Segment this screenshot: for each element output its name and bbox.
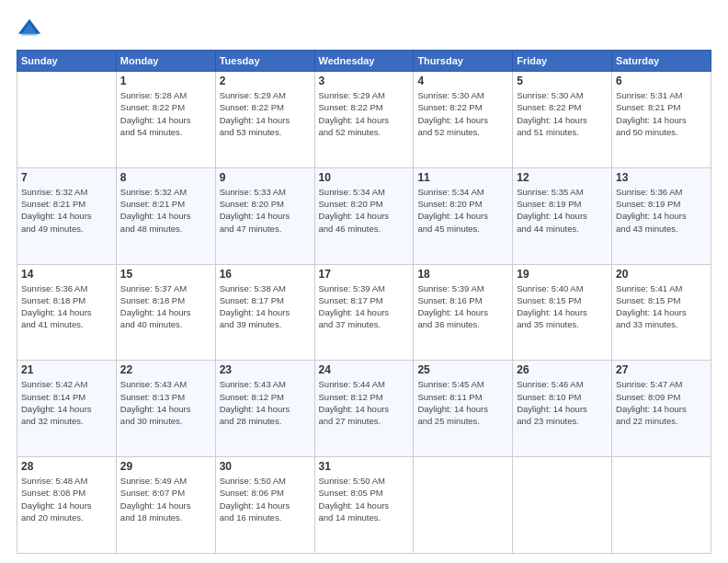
calendar-cell: 17Sunrise: 5:39 AM Sunset: 8:17 PM Dayli… — [314, 264, 414, 361]
calendar-cell: 21Sunrise: 5:42 AM Sunset: 8:14 PM Dayli… — [17, 361, 117, 457]
calendar-cell — [612, 457, 711, 554]
calendar-cell: 14Sunrise: 5:36 AM Sunset: 8:18 PM Dayli… — [17, 264, 117, 361]
day-number: 22 — [120, 363, 211, 376]
day-info: Sunrise: 5:34 AM Sunset: 8:20 PM Dayligh… — [319, 186, 410, 235]
calendar-week-4: 21Sunrise: 5:42 AM Sunset: 8:14 PM Dayli… — [17, 361, 711, 457]
calendar-cell: 3Sunrise: 5:29 AM Sunset: 8:22 PM Daylig… — [314, 72, 414, 168]
calendar-week-5: 28Sunrise: 5:48 AM Sunset: 8:08 PM Dayli… — [17, 457, 711, 554]
day-info: Sunrise: 5:34 AM Sunset: 8:20 PM Dayligh… — [417, 186, 508, 235]
day-info: Sunrise: 5:47 AM Sunset: 8:09 PM Dayligh… — [616, 378, 707, 427]
day-info: Sunrise: 5:31 AM Sunset: 8:21 PM Dayligh… — [616, 89, 707, 138]
day-number: 23 — [220, 363, 311, 376]
day-number: 14 — [21, 268, 112, 281]
calendar-cell: 22Sunrise: 5:43 AM Sunset: 8:13 PM Dayli… — [116, 361, 215, 457]
day-info: Sunrise: 5:43 AM Sunset: 8:13 PM Dayligh… — [120, 378, 211, 427]
calendar-header-sunday: Sunday — [17, 51, 117, 72]
calendar-cell: 15Sunrise: 5:37 AM Sunset: 8:18 PM Dayli… — [116, 264, 215, 361]
day-number: 8 — [120, 171, 211, 184]
calendar-cell: 16Sunrise: 5:38 AM Sunset: 8:17 PM Dayli… — [215, 264, 314, 361]
day-number: 4 — [417, 75, 508, 87]
calendar-cell: 29Sunrise: 5:49 AM Sunset: 8:07 PM Dayli… — [116, 457, 215, 554]
day-number: 5 — [517, 75, 608, 87]
page: SundayMondayTuesdayWednesdayThursdayFrid… — [0, 0, 728, 563]
day-number: 27 — [616, 363, 707, 376]
calendar-cell: 27Sunrise: 5:47 AM Sunset: 8:09 PM Dayli… — [612, 361, 711, 457]
day-number: 18 — [417, 268, 508, 281]
calendar-cell — [414, 457, 513, 554]
day-number: 17 — [319, 268, 410, 281]
day-number: 9 — [220, 171, 311, 184]
calendar-cell: 12Sunrise: 5:35 AM Sunset: 8:19 PM Dayli… — [513, 167, 612, 264]
calendar-week-2: 7Sunrise: 5:32 AM Sunset: 8:21 PM Daylig… — [17, 167, 711, 264]
calendar-cell: 26Sunrise: 5:46 AM Sunset: 8:10 PM Dayli… — [513, 361, 612, 457]
calendar-cell: 2Sunrise: 5:29 AM Sunset: 8:22 PM Daylig… — [215, 72, 314, 168]
day-number: 6 — [616, 75, 707, 87]
day-info: Sunrise: 5:37 AM Sunset: 8:18 PM Dayligh… — [120, 282, 211, 331]
day-number: 12 — [517, 171, 608, 184]
calendar-cell: 23Sunrise: 5:43 AM Sunset: 8:12 PM Dayli… — [215, 361, 314, 457]
day-info: Sunrise: 5:40 AM Sunset: 8:15 PM Dayligh… — [517, 282, 608, 331]
calendar-cell: 28Sunrise: 5:48 AM Sunset: 8:08 PM Dayli… — [17, 457, 117, 554]
calendar-cell: 6Sunrise: 5:31 AM Sunset: 8:21 PM Daylig… — [612, 72, 711, 168]
calendar-cell: 4Sunrise: 5:30 AM Sunset: 8:22 PM Daylig… — [414, 72, 513, 168]
day-info: Sunrise: 5:43 AM Sunset: 8:12 PM Dayligh… — [220, 378, 311, 427]
day-info: Sunrise: 5:49 AM Sunset: 8:07 PM Dayligh… — [120, 475, 211, 523]
logo — [17, 17, 46, 42]
day-info: Sunrise: 5:48 AM Sunset: 8:08 PM Dayligh… — [21, 475, 112, 523]
day-info: Sunrise: 5:45 AM Sunset: 8:11 PM Dayligh… — [417, 378, 508, 427]
calendar-table: SundayMondayTuesdayWednesdayThursdayFrid… — [17, 50, 711, 554]
header — [17, 17, 711, 42]
calendar-cell: 11Sunrise: 5:34 AM Sunset: 8:20 PM Dayli… — [414, 167, 513, 264]
day-number: 10 — [319, 171, 410, 184]
day-number: 29 — [120, 460, 211, 473]
calendar-cell: 18Sunrise: 5:39 AM Sunset: 8:16 PM Dayli… — [414, 264, 513, 361]
day-number: 7 — [21, 171, 112, 184]
day-info: Sunrise: 5:30 AM Sunset: 8:22 PM Dayligh… — [517, 89, 608, 138]
day-number: 24 — [319, 363, 410, 376]
day-number: 13 — [616, 171, 707, 184]
day-number: 19 — [517, 268, 608, 281]
calendar-header-thursday: Thursday — [414, 51, 513, 72]
day-number: 15 — [120, 268, 211, 281]
calendar-week-1: 1Sunrise: 5:28 AM Sunset: 8:22 PM Daylig… — [17, 72, 711, 168]
calendar-cell — [513, 457, 612, 554]
logo-icon — [17, 17, 42, 42]
calendar-cell: 30Sunrise: 5:50 AM Sunset: 8:06 PM Dayli… — [215, 457, 314, 554]
calendar-header-friday: Friday — [513, 51, 612, 72]
day-info: Sunrise: 5:33 AM Sunset: 8:20 PM Dayligh… — [220, 186, 311, 235]
day-number: 25 — [417, 363, 508, 376]
calendar-cell: 5Sunrise: 5:30 AM Sunset: 8:22 PM Daylig… — [513, 72, 612, 168]
calendar-cell: 10Sunrise: 5:34 AM Sunset: 8:20 PM Dayli… — [314, 167, 414, 264]
day-info: Sunrise: 5:39 AM Sunset: 8:16 PM Dayligh… — [417, 282, 508, 331]
day-number: 21 — [21, 363, 112, 376]
day-number: 20 — [616, 268, 707, 281]
calendar-cell: 31Sunrise: 5:50 AM Sunset: 8:05 PM Dayli… — [314, 457, 414, 554]
day-info: Sunrise: 5:32 AM Sunset: 8:21 PM Dayligh… — [21, 186, 112, 235]
day-number: 1 — [120, 75, 211, 87]
day-number: 26 — [517, 363, 608, 376]
day-info: Sunrise: 5:36 AM Sunset: 8:18 PM Dayligh… — [21, 282, 112, 331]
day-number: 2 — [220, 75, 311, 87]
calendar-week-3: 14Sunrise: 5:36 AM Sunset: 8:18 PM Dayli… — [17, 264, 711, 361]
calendar-cell: 7Sunrise: 5:32 AM Sunset: 8:21 PM Daylig… — [17, 167, 117, 264]
calendar-header-wednesday: Wednesday — [314, 51, 414, 72]
day-info: Sunrise: 5:50 AM Sunset: 8:05 PM Dayligh… — [319, 475, 410, 523]
day-number: 11 — [417, 171, 508, 184]
calendar-cell: 19Sunrise: 5:40 AM Sunset: 8:15 PM Dayli… — [513, 264, 612, 361]
day-info: Sunrise: 5:39 AM Sunset: 8:17 PM Dayligh… — [319, 282, 410, 331]
day-number: 28 — [21, 460, 112, 473]
day-info: Sunrise: 5:30 AM Sunset: 8:22 PM Dayligh… — [417, 89, 508, 138]
day-info: Sunrise: 5:38 AM Sunset: 8:17 PM Dayligh… — [220, 282, 311, 331]
day-info: Sunrise: 5:28 AM Sunset: 8:22 PM Dayligh… — [120, 89, 211, 138]
calendar-cell: 9Sunrise: 5:33 AM Sunset: 8:20 PM Daylig… — [215, 167, 314, 264]
day-number: 31 — [319, 460, 410, 473]
day-info: Sunrise: 5:29 AM Sunset: 8:22 PM Dayligh… — [319, 89, 410, 138]
calendar-cell: 8Sunrise: 5:32 AM Sunset: 8:21 PM Daylig… — [116, 167, 215, 264]
calendar-cell: 1Sunrise: 5:28 AM Sunset: 8:22 PM Daylig… — [116, 72, 215, 168]
calendar-header-saturday: Saturday — [612, 51, 711, 72]
day-info: Sunrise: 5:35 AM Sunset: 8:19 PM Dayligh… — [517, 186, 608, 235]
calendar-cell: 24Sunrise: 5:44 AM Sunset: 8:12 PM Dayli… — [314, 361, 414, 457]
day-number: 3 — [319, 75, 410, 87]
day-number: 16 — [220, 268, 311, 281]
calendar-cell: 25Sunrise: 5:45 AM Sunset: 8:11 PM Dayli… — [414, 361, 513, 457]
